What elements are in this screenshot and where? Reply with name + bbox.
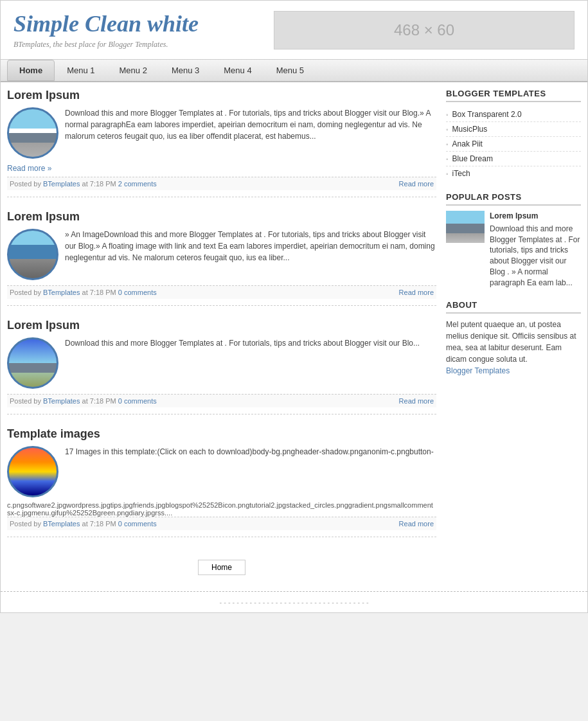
post-1-comments[interactable]: 2 comments: [118, 180, 157, 188]
site-title: Simple Clean white: [13, 10, 199, 37]
post-1-readmore-inline[interactable]: Read more »: [7, 164, 436, 173]
sidebar-popular-posts: POPULAR POSTS Lorem Ipsum Download this …: [446, 192, 581, 289]
bullet-icon: ◦: [446, 156, 449, 163]
post-1-footer: Posted by BTemplates at 7:18 PM 2 commen…: [7, 177, 436, 190]
nav-home[interactable]: Home: [7, 60, 55, 81]
post-1-text: Download this and more Blogger Templates…: [65, 107, 436, 159]
sidebar-link-itech[interactable]: iTech: [452, 169, 470, 178]
nav-menu2[interactable]: Menu 2: [107, 60, 159, 81]
post-3-title: Lorem Ipsum: [7, 319, 436, 332]
template-images-readmore[interactable]: Read more: [399, 520, 434, 528]
popular-post-item: Lorem Ipsum Download this and more Blogg…: [446, 211, 581, 289]
sidebar-blogger-templates-list: ◦ Box Transparent 2.0 ◦ MusicPlus ◦ Anak…: [446, 107, 581, 181]
ad-banner: 468 × 60: [274, 11, 575, 49]
list-item: ◦ MusicPlus: [446, 122, 581, 137]
post-2-title: Lorem Ipsum: [7, 210, 436, 224]
popular-post-image: [446, 211, 485, 243]
post-1: Lorem Ipsum Download this and more Blogg…: [7, 89, 436, 197]
popular-post-title: Lorem Ipsum: [490, 211, 581, 222]
template-files: c.pngsoftware2.jpgwordpress.jpgtips.jpgf…: [7, 501, 436, 517]
template-images-meta: Posted by BTemplates at 7:18 PM 0 commen…: [10, 520, 157, 528]
sidebar-link-musicplus[interactable]: MusicPlus: [452, 125, 488, 134]
sidebar-about: ABOUT Mel putent quaeque an, ut postea m…: [446, 300, 581, 377]
post-2: Lorem Ipsum » An ImageDownload this and …: [7, 210, 436, 306]
template-images-title: Template images: [7, 427, 436, 441]
post-3-meta: Posted by BTemplates at 7:18 PM 0 commen…: [10, 397, 157, 405]
sidebar-link-box-transparent[interactable]: Box Transparent 2.0: [452, 110, 522, 119]
post-2-image: [7, 229, 58, 280]
nav-menu4[interactable]: Menu 4: [211, 60, 263, 81]
post-2-author[interactable]: BTemplates: [43, 289, 80, 296]
bullet-icon: ◦: [446, 126, 449, 133]
sidebar-link-blue-dream[interactable]: Blue Dream: [452, 154, 493, 163]
post-1-readmore-footer[interactable]: Read more: [399, 180, 434, 188]
post-3-body: Download this and more Blogger Templates…: [7, 337, 436, 389]
sidebar-blogger-templates: BLOGGER TEMPLATES ◦ Box Transparent 2.0 …: [446, 89, 581, 181]
post-2-readmore-footer[interactable]: Read more: [399, 289, 434, 296]
post-3-readmore-footer[interactable]: Read more: [399, 397, 434, 405]
template-images-post: Template images 17 Images in this templa…: [7, 427, 436, 537]
post-3: Lorem Ipsum Download this and more Blogg…: [7, 319, 436, 414]
sidebar-popular-posts-heading: POPULAR POSTS: [446, 192, 581, 206]
post-2-body: » An ImageDownload this and more Blogger…: [7, 229, 436, 280]
template-images-img: [7, 446, 58, 497]
list-item: ◦ Blue Dream: [446, 152, 581, 166]
post-1-image: [7, 107, 58, 159]
post-1-meta: Posted by BTemplates at 7:18 PM 2 commen…: [10, 180, 157, 188]
template-images-content: 17 Images in this template:(Click on eac…: [65, 446, 434, 497]
template-images-comments[interactable]: 0 comments: [118, 520, 157, 528]
template-images-author[interactable]: BTemplates: [43, 520, 80, 528]
bullet-icon: ◦: [446, 111, 449, 118]
site-subtitle: BTemplates, the best place for Blogger T…: [13, 40, 199, 49]
post-2-text: » An ImageDownload this and more Blogger…: [65, 229, 436, 280]
post-3-image: [7, 337, 58, 389]
post-2-meta: Posted by BTemplates at 7:18 PM 0 commen…: [10, 289, 157, 296]
pagination: Home: [7, 550, 436, 585]
home-button[interactable]: Home: [198, 560, 245, 575]
popular-post-content: Lorem Ipsum Download this and more Blogg…: [490, 211, 581, 289]
bullet-icon: ◦: [446, 141, 449, 148]
list-item: ◦ Box Transparent 2.0: [446, 107, 581, 122]
sidebar-link-anak-piit[interactable]: Anak Piit: [452, 139, 483, 148]
post-2-footer: Posted by BTemplates at 7:18 PM 0 commen…: [7, 285, 436, 299]
sidebar-about-link[interactable]: Blogger Templates: [446, 366, 510, 375]
sidebar-about-heading: ABOUT: [446, 300, 581, 314]
list-item: ◦ Anak Piit: [446, 137, 581, 152]
content-area: Lorem Ipsum Download this and more Blogg…: [1, 82, 587, 591]
sidebar-blogger-templates-heading: BLOGGER TEMPLATES: [446, 89, 581, 102]
template-images-body: 17 Images in this template:(Click on eac…: [7, 446, 436, 497]
nav-menu5[interactable]: Menu 5: [264, 60, 316, 81]
template-images-footer: Posted by BTemplates at 7:18 PM 0 commen…: [7, 517, 436, 530]
footer: - - - - - - - - - - - - - - - - - - - - …: [1, 591, 587, 612]
nav-menu3[interactable]: Menu 3: [159, 60, 211, 81]
post-1-body: Download this and more Blogger Templates…: [7, 107, 436, 159]
sidebar: BLOGGER TEMPLATES ◦ Box Transparent 2.0 …: [446, 89, 581, 585]
post-1-author[interactable]: BTemplates: [43, 180, 80, 188]
post-2-comments[interactable]: 0 comments: [118, 289, 157, 296]
post-3-text: Download this and more Blogger Templates…: [65, 337, 420, 389]
list-item: ◦ iTech: [446, 166, 581, 181]
nav-menu1[interactable]: Menu 1: [55, 60, 107, 81]
bullet-icon: ◦: [446, 170, 449, 177]
header: Simple Clean white BTemplates, the best …: [1, 1, 587, 59]
post-3-comments[interactable]: 0 comments: [118, 397, 157, 405]
main-content: Lorem Ipsum Download this and more Blogg…: [7, 89, 436, 585]
post-1-title: Lorem Ipsum: [7, 89, 436, 102]
sidebar-about-text: Mel putent quaeque an, ut postea melius …: [446, 319, 581, 377]
nav: Home Menu 1 Menu 2 Menu 3 Menu 4 Menu 5: [1, 59, 587, 82]
post-3-author[interactable]: BTemplates: [43, 397, 80, 405]
post-3-footer: Posted by BTemplates at 7:18 PM 0 commen…: [7, 394, 436, 407]
